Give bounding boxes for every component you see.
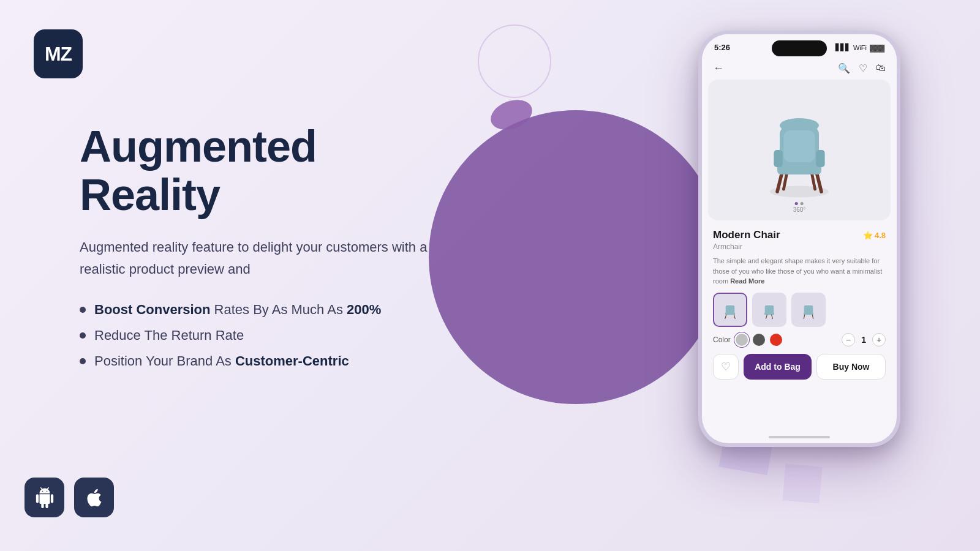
wishlist-button[interactable]: ♡ — [713, 354, 739, 380]
product-chair-image — [750, 95, 848, 205]
product-category: Armchair — [713, 242, 886, 251]
nav-action-icons: 🔍 ♡ 🛍 — [838, 62, 886, 74]
rating-value: 4.8 — [875, 231, 886, 240]
home-indicator — [769, 436, 830, 438]
bullet-3-prefix: Position Your Brand As — [94, 353, 235, 369]
hero-subtitle: Augmented reality feature to delight you… — [80, 236, 459, 279]
product-name: Modern Chair — [713, 229, 780, 241]
svg-rect-20 — [804, 305, 813, 313]
quantity-decrease[interactable]: − — [842, 333, 855, 347]
thumbnail-1[interactable] — [713, 293, 747, 327]
svg-line-18 — [772, 315, 773, 318]
heart-icon[interactable]: ♡ — [859, 62, 867, 74]
action-buttons: ♡ Add to Bag Buy Now — [713, 354, 886, 386]
quantity-increase[interactable]: + — [872, 333, 886, 347]
bullet-1-suffix: Rates By As Much As — [214, 302, 347, 317]
svg-rect-8 — [774, 150, 782, 167]
color-section: Color — [713, 334, 782, 346]
dynamic-island — [772, 40, 827, 56]
thumb-1-img — [718, 298, 742, 322]
color-option-red[interactable] — [770, 334, 782, 346]
star-icon: ⭐ — [863, 231, 873, 240]
read-more-link[interactable]: Read More — [730, 277, 764, 285]
rotation-dots — [795, 202, 804, 205]
phone-screen: 5:26 ▋▋▋ WiFi ▓▓▓ ← 🔍 ♡ 🛍 — [702, 34, 897, 443]
android-icon — [34, 487, 55, 508]
bullet-dot-2 — [80, 332, 86, 339]
svg-rect-10 — [783, 130, 815, 162]
feature-list: Boost Conversion Rates By As Much As 200… — [80, 302, 459, 369]
app-logo: MZ — [34, 29, 83, 78]
status-time: 5:26 — [714, 43, 730, 52]
status-icons: ▋▋▋ WiFi ▓▓▓ — [835, 43, 884, 51]
quantity-value: 1 — [861, 335, 866, 345]
list-item: Reduce The Return Rate — [80, 328, 459, 343]
svg-line-21 — [804, 315, 804, 318]
bg-circle-small — [478, 24, 551, 98]
phone-mockup: 5:26 ▋▋▋ WiFi ▓▓▓ ← 🔍 ♡ 🛍 — [698, 31, 900, 447]
product-image-area: 360° — [708, 80, 891, 220]
page-title: Augmented Reality — [80, 122, 459, 219]
platform-buttons — [24, 478, 114, 517]
color-option-dark[interactable] — [753, 334, 765, 346]
svg-line-14 — [734, 315, 735, 318]
cart-icon[interactable]: 🛍 — [876, 62, 886, 74]
wifi-icon: WiFi — [853, 44, 867, 51]
back-button[interactable]: ← — [713, 62, 724, 75]
rotation-indicator: 360° — [793, 202, 806, 213]
ios-button[interactable] — [74, 478, 114, 517]
bullet-dot-3 — [80, 358, 86, 364]
thumb-3-img — [796, 298, 821, 322]
product-details: Modern Chair ⭐ 4.8 Armchair The simple a… — [702, 220, 897, 386]
rot-dot-1 — [795, 202, 798, 205]
product-description: The simple and elegant shape makes it ve… — [713, 256, 886, 287]
svg-rect-9 — [816, 150, 824, 167]
options-row: Color − 1 + — [713, 333, 886, 347]
bullet-3-bold: Customer-Centric — [235, 353, 349, 369]
svg-line-17 — [766, 315, 767, 318]
android-button[interactable] — [24, 478, 64, 517]
bg-square2 — [782, 463, 822, 503]
left-content-area: Augmented Reality Augmented reality feat… — [80, 122, 459, 379]
svg-line-22 — [812, 315, 813, 318]
bullet-2-text: Reduce The Return Rate — [94, 328, 244, 343]
color-label: Color — [713, 335, 731, 344]
svg-rect-12 — [726, 305, 735, 313]
thumbnail-2[interactable] — [752, 293, 786, 327]
bullet-1-bold: Boost Conversion — [94, 302, 210, 317]
battery-icon: ▓▓▓ — [870, 44, 884, 51]
logo-text: MZ — [45, 44, 72, 64]
product-thumbnails — [713, 293, 886, 327]
svg-line-13 — [725, 315, 726, 318]
svg-rect-16 — [765, 305, 774, 313]
bullet-3-text: Position Your Brand As Customer-Centric — [94, 353, 349, 369]
list-item: Position Your Brand As Customer-Centric — [80, 353, 459, 369]
add-to-bag-button[interactable]: Add to Bag — [744, 354, 812, 380]
thumbnail-3[interactable] — [791, 293, 826, 327]
product-rating: ⭐ 4.8 — [863, 231, 886, 240]
thumb-2-img — [757, 298, 782, 322]
apple-icon — [84, 487, 105, 508]
product-header: Modern Chair ⭐ 4.8 — [713, 229, 886, 241]
bg-circle-large — [429, 110, 723, 404]
buy-now-button[interactable]: Buy Now — [816, 354, 886, 380]
bullet-dot-1 — [80, 307, 86, 313]
bullet-1-text: Boost Conversion Rates By As Much As 200… — [94, 302, 381, 318]
rotation-label: 360° — [793, 206, 806, 213]
quantity-control: − 1 + — [842, 333, 886, 347]
signal-icon: ▋▋▋ — [835, 43, 850, 51]
color-option-gray[interactable] — [736, 334, 748, 346]
rot-dot-2 — [801, 202, 804, 205]
phone-navbar: ← 🔍 ♡ 🛍 — [702, 57, 897, 80]
bullet-1-percent: 200% — [347, 302, 381, 317]
phone-frame: 5:26 ▋▋▋ WiFi ▓▓▓ ← 🔍 ♡ 🛍 — [698, 31, 900, 447]
search-icon[interactable]: 🔍 — [838, 62, 850, 74]
list-item: Boost Conversion Rates By As Much As 200… — [80, 302, 459, 318]
